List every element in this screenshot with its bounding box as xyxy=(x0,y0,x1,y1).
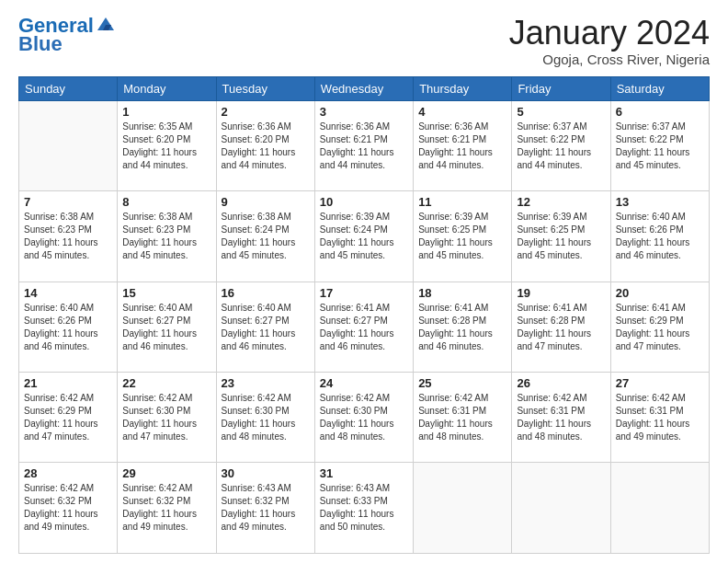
sunset-text: Sunset: 6:25 PM xyxy=(517,224,585,235)
calendar-title: January 2024 xyxy=(509,15,710,52)
day-info: Sunrise: 6:40 AMSunset: 6:27 PMDaylight:… xyxy=(222,302,310,353)
daylight-text: Daylight: 11 hours and 44 minutes. xyxy=(122,147,197,170)
sunrise-text: Sunrise: 6:41 AM xyxy=(418,303,488,313)
table-row: 11Sunrise: 6:39 AMSunset: 6:25 PMDayligh… xyxy=(414,191,512,282)
sunrise-text: Sunrise: 6:40 AM xyxy=(122,303,192,313)
sunset-text: Sunset: 6:27 PM xyxy=(222,316,290,326)
table-row xyxy=(19,100,118,190)
sunset-text: Sunset: 6:29 PM xyxy=(24,406,92,416)
sunrise-text: Sunrise: 6:38 AM xyxy=(122,212,192,222)
daylight-text: Daylight: 11 hours and 48 minutes. xyxy=(222,419,296,442)
daylight-text: Daylight: 11 hours and 46 minutes. xyxy=(122,328,197,351)
sunrise-text: Sunrise: 6:43 AM xyxy=(222,483,291,493)
sunrise-text: Sunrise: 6:42 AM xyxy=(24,393,94,403)
table-row: 30Sunrise: 6:43 AMSunset: 6:32 PMDayligh… xyxy=(216,463,314,554)
table-row: 4Sunrise: 6:36 AMSunset: 6:21 PMDaylight… xyxy=(414,100,512,190)
sunrise-text: Sunrise: 6:36 AM xyxy=(320,121,390,132)
day-number: 25 xyxy=(418,376,506,390)
day-info: Sunrise: 6:43 AMSunset: 6:32 PMDaylight:… xyxy=(222,482,310,534)
sunset-text: Sunset: 6:23 PM xyxy=(24,224,92,235)
sunrise-text: Sunrise: 6:36 AM xyxy=(418,121,488,132)
daylight-text: Daylight: 11 hours and 45 minutes. xyxy=(122,237,197,260)
day-info: Sunrise: 6:42 AMSunset: 6:29 PMDaylight:… xyxy=(24,392,112,443)
day-number: 4 xyxy=(418,105,506,119)
daylight-text: Daylight: 11 hours and 45 minutes. xyxy=(517,237,591,260)
sunset-text: Sunset: 6:20 PM xyxy=(122,134,190,144)
table-row: 27Sunrise: 6:42 AMSunset: 6:31 PMDayligh… xyxy=(610,373,709,463)
table-row: 28Sunrise: 6:42 AMSunset: 6:32 PMDayligh… xyxy=(19,463,118,554)
day-number: 8 xyxy=(122,195,210,209)
day-info: Sunrise: 6:39 AMSunset: 6:24 PMDaylight:… xyxy=(320,211,408,262)
sunset-text: Sunset: 6:24 PM xyxy=(222,224,290,235)
table-row: 25Sunrise: 6:42 AMSunset: 6:31 PMDayligh… xyxy=(414,373,512,463)
day-info: Sunrise: 6:36 AMSunset: 6:21 PMDaylight:… xyxy=(320,121,408,172)
daylight-text: Daylight: 11 hours and 50 minutes. xyxy=(320,509,394,532)
sunset-text: Sunset: 6:31 PM xyxy=(517,406,585,416)
col-saturday: Saturday xyxy=(610,76,709,100)
sunset-text: Sunset: 6:26 PM xyxy=(616,224,684,235)
day-number: 15 xyxy=(122,286,210,300)
day-info: Sunrise: 6:35 AMSunset: 6:20 PMDaylight:… xyxy=(122,121,210,172)
sunset-text: Sunset: 6:21 PM xyxy=(418,134,486,144)
sunset-text: Sunset: 6:33 PM xyxy=(320,496,388,506)
sunrise-text: Sunrise: 6:43 AM xyxy=(320,483,390,493)
day-info: Sunrise: 6:42 AMSunset: 6:30 PMDaylight:… xyxy=(222,392,310,443)
day-number: 24 xyxy=(320,376,408,390)
daylight-text: Daylight: 11 hours and 48 minutes. xyxy=(418,419,493,442)
calendar-table: Sunday Monday Tuesday Wednesday Thursday… xyxy=(18,76,710,554)
day-info: Sunrise: 6:37 AMSunset: 6:22 PMDaylight:… xyxy=(616,121,704,172)
sunrise-text: Sunrise: 6:42 AM xyxy=(122,483,192,493)
sunrise-text: Sunrise: 6:40 AM xyxy=(616,212,686,222)
daylight-text: Daylight: 11 hours and 46 minutes. xyxy=(222,328,296,351)
week-row-4: 21Sunrise: 6:42 AMSunset: 6:29 PMDayligh… xyxy=(19,373,710,463)
daylight-text: Daylight: 11 hours and 47 minutes. xyxy=(24,419,98,442)
day-number: 22 xyxy=(122,376,210,390)
day-info: Sunrise: 6:36 AMSunset: 6:21 PMDaylight:… xyxy=(418,121,506,172)
table-row: 5Sunrise: 6:37 AMSunset: 6:22 PMDaylight… xyxy=(512,100,610,190)
sunrise-text: Sunrise: 6:39 AM xyxy=(320,212,390,222)
day-number: 23 xyxy=(222,376,310,390)
table-row: 16Sunrise: 6:40 AMSunset: 6:27 PMDayligh… xyxy=(216,282,314,372)
day-info: Sunrise: 6:43 AMSunset: 6:33 PMDaylight:… xyxy=(320,482,408,534)
sunset-text: Sunset: 6:26 PM xyxy=(24,316,92,326)
logo-blue-text: Blue xyxy=(18,33,63,55)
table-row xyxy=(414,463,512,554)
col-thursday: Thursday xyxy=(414,76,512,100)
day-info: Sunrise: 6:40 AMSunset: 6:26 PMDaylight:… xyxy=(616,211,704,262)
sunrise-text: Sunrise: 6:35 AM xyxy=(122,121,192,132)
col-tuesday: Tuesday xyxy=(216,76,314,100)
day-number: 14 xyxy=(24,286,112,300)
day-info: Sunrise: 6:41 AMSunset: 6:29 PMDaylight:… xyxy=(616,302,704,353)
daylight-text: Daylight: 11 hours and 48 minutes. xyxy=(517,419,591,442)
day-info: Sunrise: 6:38 AMSunset: 6:24 PMDaylight:… xyxy=(222,211,310,262)
week-row-2: 7Sunrise: 6:38 AMSunset: 6:23 PMDaylight… xyxy=(19,191,710,282)
day-number: 5 xyxy=(517,105,605,119)
sunset-text: Sunset: 6:28 PM xyxy=(418,316,486,326)
day-number: 20 xyxy=(616,286,704,300)
table-row: 2Sunrise: 6:36 AMSunset: 6:20 PMDaylight… xyxy=(216,100,314,190)
sunset-text: Sunset: 6:27 PM xyxy=(320,316,388,326)
day-info: Sunrise: 6:42 AMSunset: 6:30 PMDaylight:… xyxy=(122,392,210,443)
day-info: Sunrise: 6:42 AMSunset: 6:32 PMDaylight:… xyxy=(122,482,210,534)
daylight-text: Daylight: 11 hours and 44 minutes. xyxy=(320,147,394,170)
daylight-text: Daylight: 11 hours and 48 minutes. xyxy=(320,419,394,442)
calendar-header-row: Sunday Monday Tuesday Wednesday Thursday… xyxy=(19,76,710,100)
table-row: 24Sunrise: 6:42 AMSunset: 6:30 PMDayligh… xyxy=(314,373,413,463)
sunset-text: Sunset: 6:30 PM xyxy=(320,406,388,416)
table-row: 6Sunrise: 6:37 AMSunset: 6:22 PMDaylight… xyxy=(610,100,709,190)
table-row: 9Sunrise: 6:38 AMSunset: 6:24 PMDaylight… xyxy=(216,191,314,282)
day-number: 21 xyxy=(24,376,112,390)
sunrise-text: Sunrise: 6:39 AM xyxy=(517,212,586,222)
table-row: 12Sunrise: 6:39 AMSunset: 6:25 PMDayligh… xyxy=(512,191,610,282)
sunrise-text: Sunrise: 6:41 AM xyxy=(517,303,586,313)
day-info: Sunrise: 6:42 AMSunset: 6:32 PMDaylight:… xyxy=(24,482,112,534)
day-number: 12 xyxy=(517,195,605,209)
calendar-subtitle: Ogoja, Cross River, Nigeria xyxy=(509,52,710,67)
table-row: 1Sunrise: 6:35 AMSunset: 6:20 PMDaylight… xyxy=(118,100,216,190)
sunset-text: Sunset: 6:29 PM xyxy=(616,316,684,326)
sunrise-text: Sunrise: 6:42 AM xyxy=(418,393,488,403)
sunrise-text: Sunrise: 6:38 AM xyxy=(222,212,291,222)
day-number: 1 xyxy=(122,105,210,119)
table-row: 8Sunrise: 6:38 AMSunset: 6:23 PMDaylight… xyxy=(118,191,216,282)
col-sunday: Sunday xyxy=(19,76,118,100)
